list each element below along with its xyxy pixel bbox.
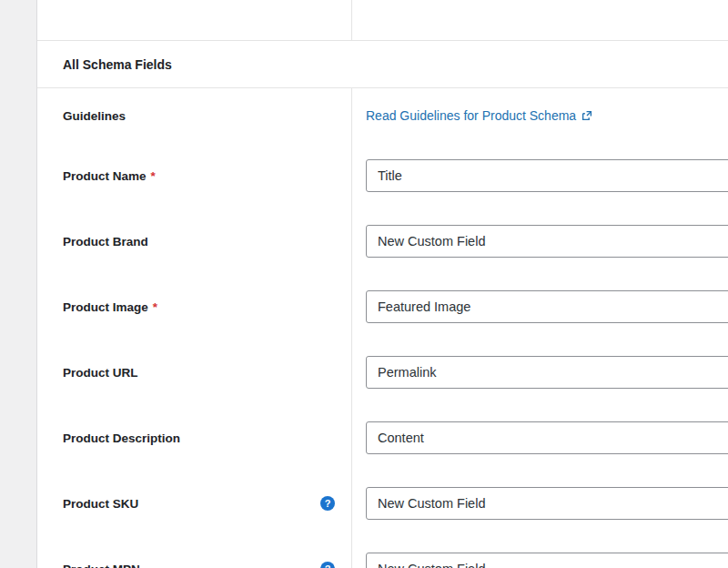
schema-field-row: Product SKU ? New Custom Field bbox=[37, 471, 728, 536]
field-label: Product Brand bbox=[63, 235, 148, 248]
field-control-cell: New Custom Field bbox=[351, 471, 728, 536]
field-mapping-select[interactable]: New Custom Field bbox=[366, 553, 728, 568]
field-control-cell: Permalink bbox=[351, 340, 728, 405]
field-label: Product Description bbox=[63, 431, 180, 445]
schema-field-row: Product Description Content bbox=[37, 405, 728, 471]
field-control-cell: Featured Image bbox=[351, 274, 728, 340]
field-label: Product SKU bbox=[63, 497, 138, 511]
required-asterisk: * bbox=[151, 169, 156, 183]
field-mapping-select[interactable]: New Custom Field bbox=[366, 225, 728, 258]
guidelines-link[interactable]: Read Guidelines for Product Schema bbox=[366, 108, 593, 123]
field-label-cell: Product URL bbox=[37, 340, 351, 405]
field-label-cell: Guidelines bbox=[37, 88, 351, 143]
required-asterisk: * bbox=[153, 300, 157, 314]
external-link-icon bbox=[581, 109, 593, 122]
schema-field-row: Product Name * Title bbox=[37, 143, 728, 208]
guidelines-link-text: Read Guidelines for Product Schema bbox=[366, 108, 576, 123]
field-control-cell: New Custom Field bbox=[351, 208, 728, 274]
field-mapping-select[interactable]: Featured Image bbox=[366, 290, 728, 323]
field-control-cell: Read Guidelines for Product Schema bbox=[351, 88, 728, 143]
previous-section-label-cell bbox=[37, 0, 351, 40]
field-label-cell: Product Brand bbox=[37, 208, 351, 274]
field-label: Product Name bbox=[63, 169, 147, 183]
field-mapping-select[interactable]: Title bbox=[366, 159, 728, 192]
field-label-cell: Product SKU ? bbox=[37, 471, 351, 536]
field-label-cell: Product Name * bbox=[37, 143, 351, 208]
field-label: Guidelines bbox=[63, 109, 126, 123]
previous-section-remnant bbox=[37, 0, 728, 41]
field-mapping-select[interactable]: New Custom Field bbox=[366, 487, 728, 520]
field-label-cell: Product Image * bbox=[37, 274, 351, 340]
field-mapping-select[interactable]: Permalink bbox=[366, 356, 728, 389]
field-label: Product Image bbox=[63, 300, 148, 314]
field-mapping-select[interactable]: Content bbox=[366, 421, 728, 454]
field-label: Product URL bbox=[63, 366, 138, 380]
field-control-cell: Title bbox=[351, 143, 728, 208]
field-control-cell: Content bbox=[351, 405, 728, 471]
field-control-cell: New Custom Field bbox=[351, 536, 728, 568]
help-icon[interactable]: ? bbox=[320, 562, 335, 568]
schema-fields-panel: All Schema Fields Guidelines Read Guidel… bbox=[36, 0, 728, 568]
section-title: All Schema Fields bbox=[37, 41, 728, 88]
schema-field-row: Product URL Permalink bbox=[37, 340, 728, 405]
field-label-cell: Product MPN ? bbox=[37, 536, 351, 568]
previous-section-control-cell bbox=[351, 0, 728, 40]
schema-field-row: Product Image * Featured Image bbox=[37, 274, 728, 340]
field-label: Product MPN bbox=[63, 563, 140, 568]
schema-fields-table: Guidelines Read Guidelines for Product S… bbox=[37, 88, 728, 568]
field-label-cell: Product Description bbox=[37, 405, 351, 471]
schema-field-row: Product Brand New Custom Field bbox=[37, 208, 728, 274]
schema-field-row: Product MPN ? New Custom Field bbox=[37, 536, 728, 568]
help-icon[interactable]: ? bbox=[320, 496, 335, 511]
schema-field-row: Guidelines Read Guidelines for Product S… bbox=[37, 88, 728, 143]
